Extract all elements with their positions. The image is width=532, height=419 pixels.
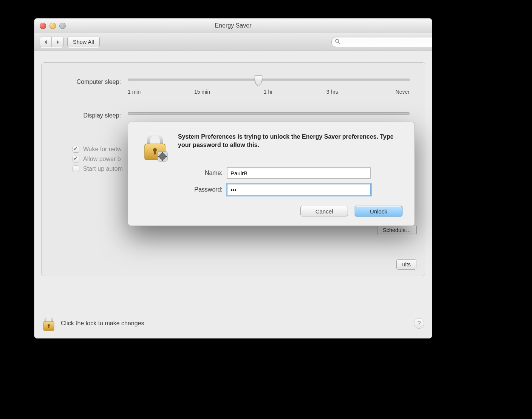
checkbox-label: Allow power b	[83, 156, 121, 162]
lock-icon[interactable]	[42, 315, 56, 331]
lock-icon	[140, 133, 170, 162]
auth-dialog: System Preferences is trying to unlock t…	[128, 122, 415, 226]
password-input[interactable]	[227, 184, 371, 195]
search-input[interactable]	[331, 37, 432, 47]
checkbox-label: Start up autom	[83, 165, 123, 172]
checkbox-icon	[73, 156, 79, 162]
search-field[interactable]	[331, 37, 427, 47]
svg-rect-4	[48, 325, 49, 328]
svg-line-1	[339, 42, 340, 44]
tick-label: 1 min	[128, 89, 141, 95]
unlock-button[interactable]: Unlock	[355, 206, 402, 216]
tick-label: 1 hr	[264, 89, 273, 95]
computer-sleep-slider[interactable]: 1 min 15 min 1 hr 3 hrs Never	[128, 79, 410, 95]
dialog-message: System Preferences is trying to unlock t…	[178, 133, 402, 162]
svg-point-9	[159, 153, 166, 160]
window-title: Energy Saver	[34, 22, 432, 29]
display-sleep-label: Display sleep:	[57, 112, 128, 119]
cancel-button[interactable]: Cancel	[300, 206, 348, 216]
tick-label: Never	[396, 89, 410, 95]
show-all-button[interactable]: Show All	[67, 37, 100, 47]
lock-message: Click the lock to make changes.	[61, 320, 146, 327]
help-button[interactable]: ?	[414, 318, 424, 329]
name-input[interactable]	[227, 167, 371, 179]
titlebar: Energy Saver	[34, 19, 432, 33]
toolbar: Show All	[34, 33, 432, 51]
checkbox-icon	[73, 165, 79, 172]
tick-label: 3 hrs	[326, 89, 338, 95]
forward-button[interactable]	[52, 37, 63, 47]
search-icon	[335, 39, 340, 45]
footer: Click the lock to make changes. ?	[42, 315, 424, 331]
restore-defaults-button[interactable]: ults	[396, 259, 416, 270]
nav-back-forward	[40, 37, 63, 47]
back-button[interactable]	[40, 37, 52, 47]
password-label: Password:	[140, 186, 227, 193]
computer-sleep-label: Computer sleep:	[57, 79, 128, 85]
checkbox-icon	[73, 146, 79, 153]
svg-rect-7	[154, 150, 156, 155]
tick-label: 15 min	[194, 89, 210, 95]
name-label: Name:	[140, 170, 227, 176]
schedule-button[interactable]: Schedule…	[377, 225, 417, 235]
checkbox-label: Wake for netw	[83, 146, 122, 153]
